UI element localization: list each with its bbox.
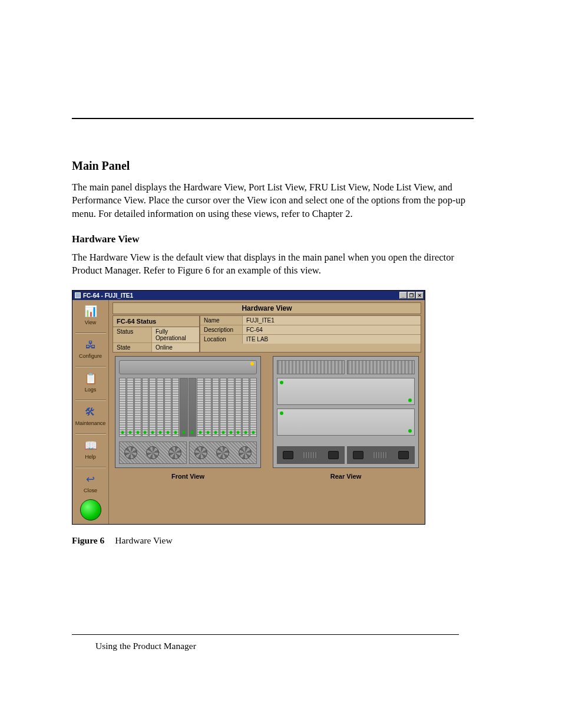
info-val: Online	[152, 343, 199, 352]
view-title: Hardware View	[113, 302, 421, 314]
help-icon: 📖	[81, 438, 100, 453]
rear-view[interactable]: Rear View	[273, 356, 419, 480]
window-controls: _ ❐ ✕	[399, 292, 424, 299]
section-heading: Main Panel	[72, 159, 474, 173]
info-key: State	[113, 343, 152, 352]
info-val: FC-64	[243, 325, 421, 334]
info-key: Description	[200, 325, 243, 334]
caption-text: Hardware View	[115, 535, 172, 545]
sidebar-item-maintenance[interactable]: 🛠 Maintenance	[75, 404, 106, 426]
sidebar-separator	[75, 366, 106, 367]
sidebar-item-label: Logs	[85, 387, 97, 393]
figure-caption: Figure 6Hardware View	[72, 535, 474, 546]
info-row: Name FUJI_ITE1	[200, 316, 421, 325]
app-icon	[75, 292, 81, 298]
page-footer: Using the Product Manager	[72, 634, 459, 651]
sidebar-separator	[75, 433, 106, 434]
minimize-button[interactable]: _	[399, 292, 407, 299]
status-header: FC-64 Status	[113, 316, 199, 327]
sidebar-item-label: Close	[84, 487, 97, 493]
status-led	[80, 499, 101, 521]
maximize-button[interactable]: ❐	[408, 292, 415, 299]
info-val: ITE LAB	[243, 335, 421, 344]
sidebar-item-label: Configure	[79, 353, 102, 359]
sidebar-separator	[75, 332, 106, 334]
figure-6: FC-64 - FUJI_ITE1 _ ❐ ✕ 📊 View 🖧	[72, 290, 474, 546]
logs-icon: 📋	[81, 371, 100, 386]
main-panel: Hardware View FC-64 Status Status Fully …	[109, 300, 425, 524]
info-row: Description FC-64	[200, 325, 421, 335]
front-chassis-graphic	[115, 356, 261, 468]
caption-label: Figure 6	[72, 535, 104, 545]
info-row: Location ITE LAB	[200, 335, 421, 344]
sidebar-item-view[interactable]: 📊 View	[81, 304, 100, 325]
front-view[interactable]: Front View	[115, 356, 261, 480]
subsection-body: The Hardware View is the default view th…	[72, 251, 474, 278]
close-window-button[interactable]: ✕	[416, 292, 424, 299]
rear-view-label: Rear View	[330, 473, 361, 480]
info-val: Fully Operational	[152, 327, 199, 342]
sidebar-item-label: Maintenance	[75, 420, 106, 426]
sidebar-item-logs[interactable]: 📋 Logs	[81, 371, 100, 393]
sidebar-item-label: View	[85, 319, 96, 325]
status-panel: FC-64 Status Status Fully Operational St…	[113, 315, 421, 353]
sidebar-separator	[75, 400, 106, 401]
top-rule	[72, 118, 474, 119]
app-window: FC-64 - FUJI_ITE1 _ ❐ ✕ 📊 View 🖧	[72, 290, 425, 525]
info-key: Status	[113, 327, 152, 342]
info-val: FUJI_ITE1	[243, 316, 421, 325]
window-title: FC-64 - FUJI_ITE1	[83, 292, 133, 299]
footer-rule	[72, 634, 459, 635]
sidebar-separator	[75, 467, 106, 468]
sidebar-item-close[interactable]: ↩ Close	[81, 472, 100, 493]
footer-text: Using the Product Manager	[72, 641, 459, 651]
close-icon: ↩	[81, 472, 100, 487]
section-body: The main panel displays the Hardware Vie…	[72, 181, 474, 220]
info-key: Location	[200, 335, 243, 344]
maintenance-icon: 🛠	[81, 404, 100, 420]
sidebar: 📊 View 🖧 Configure 📋 Logs	[72, 300, 109, 524]
front-view-label: Front View	[171, 473, 204, 480]
sidebar-item-configure[interactable]: 🖧 Configure	[79, 337, 102, 359]
info-row: Status Fully Operational	[113, 327, 199, 343]
rear-chassis-graphic	[273, 356, 419, 468]
sidebar-item-label: Help	[85, 454, 96, 460]
info-key: Name	[200, 316, 243, 325]
titlebar: FC-64 - FUJI_ITE1 _ ❐ ✕	[72, 291, 425, 300]
configure-icon: 🖧	[81, 337, 100, 353]
view-icon: 📊	[81, 304, 100, 319]
subsection-heading: Hardware View	[72, 233, 474, 245]
sidebar-item-help[interactable]: 📖 Help	[81, 438, 100, 460]
info-row: State Online	[113, 343, 199, 352]
